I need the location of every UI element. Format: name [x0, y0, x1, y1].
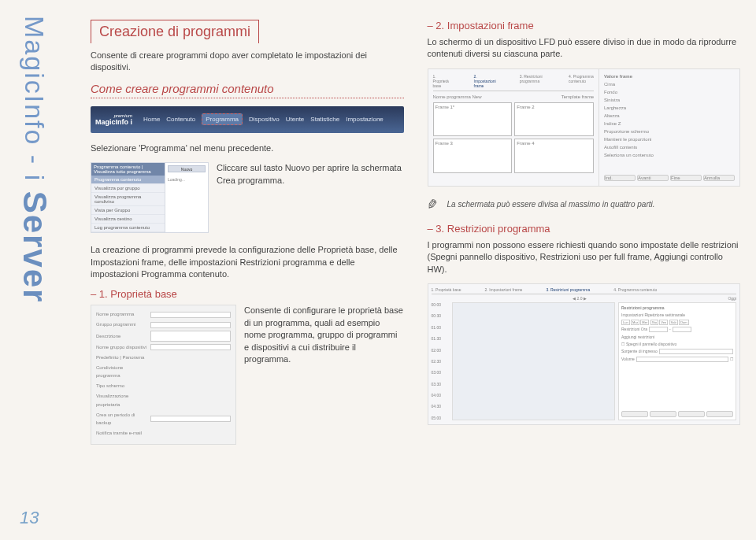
click-nuovo-text: Cliccare sul tasto Nuovo per aprire la s… [217, 162, 404, 187]
left-column: Creazione di programmi Consente di crear… [91, 20, 404, 524]
select-programma-text: Selezionare 'Programma' nel menu precede… [91, 142, 404, 154]
note-row: ✎ La schermata può essere divisa al mass… [428, 196, 741, 213]
step2-heading: – 2. Impostazioni frame [428, 20, 741, 31]
nav-dispositivo: Dispositivo [249, 116, 280, 123]
step3-text: I programmi non possono essere richiesti… [428, 239, 741, 276]
nav-logo: premium MagicInfo i [95, 113, 137, 126]
nav-impostazione: Impostazione [346, 116, 384, 123]
pencil-icon: ✎ [428, 196, 439, 213]
step3-heading: – 3. Restrizioni programma [428, 223, 741, 235]
nav-statistiche: Statistiche [310, 116, 339, 123]
brand-server: Server [17, 191, 54, 304]
sidebar-item: Log programma contenuto [91, 224, 165, 232]
brand-sep: - i [20, 155, 50, 182]
nuovo-button-img: Nuovo [168, 165, 206, 172]
step2-text: Lo schermo di un dispositivo LFD può ess… [428, 36, 741, 61]
right-column: – 2. Impostazioni frame Lo schermo di un… [428, 20, 741, 524]
nav-home: Home [143, 116, 160, 123]
sidebar-item: Visualizza cestino [91, 215, 165, 224]
prop-desc: Consente di configurare le proprietà bas… [244, 305, 404, 365]
step1-heading: – 1. Proprietà base [91, 288, 404, 300]
section-title: Creazione di programmi [91, 20, 259, 43]
sidebar-item: Visualizza programma condiviso [91, 193, 165, 206]
sidebar-item: Visualizza por gruppo [91, 184, 165, 193]
sidebar-header: Programma contenuto | Visualizza tutto p… [91, 163, 165, 176]
note-text: La schermata può essere divisa al massim… [447, 200, 655, 209]
nav-programma: Programma [202, 113, 243, 125]
frame-screenshot: 1. Proprietà base 2. Impostazioni frame … [428, 68, 741, 187]
nav-contenuto: Contenuto [166, 116, 195, 123]
sidebar-screenshot: Programma contenuto | Visualizza tutto p… [91, 162, 209, 233]
sidebar-item: Programma contenuto [91, 176, 165, 184]
howto-heading: Come creare programmi contenuto [91, 82, 404, 98]
config-text: La creazione di programmi prevede la con… [91, 244, 404, 280]
brand-text: MagicInfo [20, 16, 50, 146]
sidebar-item: Vista per Gruppo [91, 206, 165, 215]
nav-utente: Utente [286, 116, 305, 123]
nav-bar-screenshot: premium MagicInfo i Home Contenuto Progr… [91, 106, 404, 133]
intro-text: Consente di creare programmi dopo aver c… [91, 50, 404, 74]
page-number: 13 [20, 508, 39, 528]
prop-form-screenshot: Nome programma Gruppo programmi Descrizi… [91, 305, 236, 445]
side-brand-title: MagicInfo - i Server [16, 16, 54, 472]
schedule-screenshot: 1. Proprietà base 2. Impostazioni frame … [428, 283, 741, 425]
